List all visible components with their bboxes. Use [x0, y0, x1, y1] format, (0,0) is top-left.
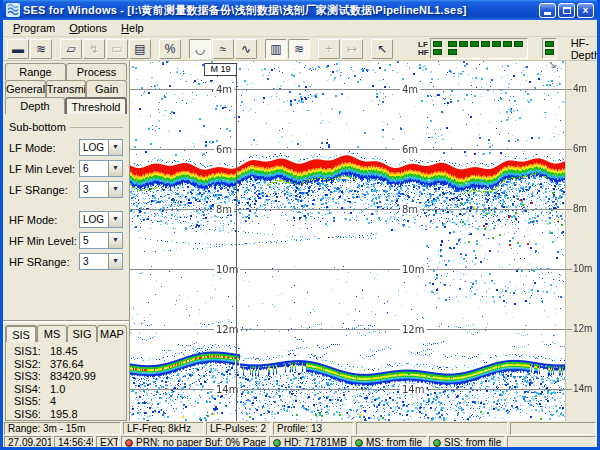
- field-label: LF Mode:: [9, 142, 79, 154]
- field-label: HF SRange:: [9, 256, 79, 268]
- channel-activity-indicator: LF HF: [418, 38, 557, 59]
- hf-channel-button[interactable]: ≈: [212, 39, 234, 59]
- chevron-down-icon[interactable]: ▼: [108, 182, 122, 197]
- echo-display-button[interactable]: ≋: [30, 39, 52, 59]
- sis-tab-sig[interactable]: SIG: [67, 325, 97, 342]
- sis-tab-map[interactable]: MAP: [97, 325, 127, 342]
- dropdown-value: 3: [80, 182, 108, 197]
- status-text: HD: 71781MB: [284, 437, 347, 448]
- app-window: SES for Windows - [I:\黄前测量数据备份\浅剖数据\浅剖厂家…: [0, 0, 600, 450]
- add-marker-button: +: [318, 39, 340, 59]
- echogram-canvas[interactable]: [130, 61, 565, 421]
- chevron-down-icon[interactable]: ▼: [108, 140, 122, 155]
- status-text: Range: 3m - 15m: [8, 423, 85, 434]
- status-cell: [356, 422, 508, 435]
- status-bar-row1: Range: 3m - 15mLF-Freq: 8kHzLF-Pulses: 2…: [3, 422, 597, 435]
- menu-item-help[interactable]: Help: [115, 21, 150, 35]
- channel-status-leds: [542, 38, 557, 59]
- menu-item-options[interactable]: Options: [63, 21, 113, 35]
- sis-row-label: SIS3:: [14, 370, 50, 383]
- depth-tick: [566, 389, 572, 390]
- stop-button: ▭: [106, 39, 128, 59]
- menu-item-program[interactable]: Program: [7, 21, 61, 35]
- scale-percent-button[interactable]: %: [159, 39, 181, 59]
- restore-button[interactable]: [558, 3, 575, 18]
- green-led-icon: [433, 49, 442, 55]
- green-status-dot-icon: [355, 439, 363, 447]
- minimize-button[interactable]: [539, 3, 556, 18]
- sis-value-row: SIS6:195.8: [14, 408, 126, 421]
- green-status-dot-icon: [273, 439, 281, 447]
- dropdown-5[interactable]: 3▼: [79, 253, 123, 270]
- tab-general[interactable]: General: [5, 80, 46, 97]
- green-led-icon: [481, 41, 490, 47]
- pointer-tool-button[interactable]: ↖: [371, 39, 393, 59]
- field-hf-srange: HF SRange:3▼: [9, 253, 123, 270]
- chevron-down-icon[interactable]: ▼: [108, 161, 122, 176]
- green-led-icon: [448, 41, 457, 47]
- tab-gain[interactable]: Gain: [86, 80, 127, 97]
- chevron-down-icon[interactable]: ▼: [108, 233, 122, 248]
- depth-scale-label: 6m: [573, 143, 587, 154]
- status-cell: 27.09.2011: [4, 436, 52, 449]
- depth-tick: [566, 149, 572, 150]
- print-button[interactable]: ▤: [129, 39, 151, 59]
- status-cell: MS: from file: [351, 436, 427, 449]
- sis-tab-ms[interactable]: MS: [37, 325, 67, 342]
- depth-tick: [566, 269, 572, 270]
- dropdown-0[interactable]: LOG▼: [79, 139, 123, 156]
- status-cell: LF-Freq: 8kHz: [123, 422, 204, 435]
- sis-row-value: 83420.99: [50, 370, 96, 383]
- green-status-dot-icon: [433, 439, 441, 447]
- close-button[interactable]: ×: [577, 3, 594, 18]
- toolbar: ▬≋▱↯▭▤%◡≈∿▥≋+↦↖ LF HF HF-Depth: 6.58 m: [3, 37, 597, 61]
- depth-scale-label: 4m: [573, 83, 587, 94]
- status-text: Profile: 13: [277, 423, 322, 434]
- tab-threshold[interactable]: Threshold: [65, 97, 127, 114]
- status-cell: [510, 422, 596, 435]
- dropdown-value: LOG: [80, 212, 108, 227]
- tab-process[interactable]: Process: [66, 63, 127, 80]
- dropdown-2[interactable]: 3▼: [79, 181, 123, 198]
- sis-tab-sis[interactable]: SIS: [5, 325, 37, 342]
- open-file-button[interactable]: ▱: [60, 39, 82, 59]
- menu-bar: ProgramOptionsHelp: [3, 20, 597, 37]
- dropdown-4[interactable]: 5▼: [79, 232, 123, 249]
- ripple-gain-button[interactable]: ∿: [235, 39, 257, 59]
- tab-transmit[interactable]: Transmit: [46, 80, 87, 97]
- status-cell: Range: 3m - 15m: [4, 422, 121, 435]
- status-cell: HD: 71781MB: [269, 436, 349, 449]
- left-panel: RangeProcessGeneralTransmitGainDepthThre…: [3, 61, 130, 421]
- field-lf-mode: LF Mode:LOG▼: [9, 139, 123, 156]
- green-led-icon: [503, 41, 512, 47]
- record-button[interactable]: ▬: [7, 39, 29, 59]
- dropdown-1[interactable]: 6▼: [79, 160, 123, 177]
- sis-row-value: 18.45: [50, 345, 78, 358]
- status-text: LF-Freq: 8kHz: [127, 423, 191, 434]
- tab-range[interactable]: Range: [5, 63, 66, 80]
- echogram-view[interactable]: M 19 ↘: [130, 61, 565, 421]
- dropdown-value: 5: [80, 233, 108, 248]
- tab-depth[interactable]: Depth: [5, 97, 65, 114]
- field-label: LF Min Level:: [9, 163, 79, 175]
- chevron-down-icon[interactable]: ▼: [108, 254, 122, 269]
- chevron-down-icon[interactable]: ▼: [108, 212, 122, 227]
- hf-label: HF: [418, 49, 429, 57]
- lf-channel-button[interactable]: ◡: [189, 39, 211, 59]
- dropdown-value: 6: [80, 161, 108, 176]
- green-led-icon: [492, 41, 501, 47]
- green-led-icon: [545, 41, 554, 47]
- se-arrow-cursor-icon: ↘: [549, 59, 557, 70]
- settings-panel: RangeProcessGeneralTransmitGainDepthThre…: [3, 61, 129, 321]
- depth-scale-label: 8m: [573, 203, 587, 214]
- waterfall-view-button[interactable]: ≋: [288, 39, 310, 59]
- field-label: HF Mode:: [9, 214, 79, 226]
- sub-bottom-group-label: Sub-bottom: [9, 121, 123, 133]
- sis-row-label: SIS6:: [14, 408, 50, 421]
- dropdown-3[interactable]: LOG▼: [79, 211, 123, 228]
- sis-row-label: SIS1:: [14, 345, 50, 358]
- sis-row-label: SIS5:: [14, 395, 50, 408]
- status-text: SIS: from file: [444, 437, 501, 448]
- split-view-button[interactable]: ▥: [265, 39, 287, 59]
- status-bar-row2: 27.09.201114:56:45EXTPRN: no paper Buf: …: [3, 436, 597, 449]
